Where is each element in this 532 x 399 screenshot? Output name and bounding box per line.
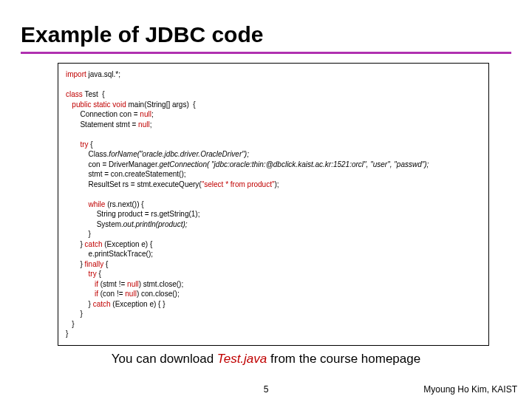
slide-title: Example of JDBC code xyxy=(21,22,511,47)
code-text: (Exception e) { xyxy=(102,240,152,248)
kw-try: try xyxy=(89,270,97,278)
code-text: Connection con = xyxy=(80,110,140,118)
code-text: (rs.next()) { xyxy=(105,200,143,208)
code-text: java.sql.*; xyxy=(86,70,120,78)
kw-catch: catch xyxy=(85,240,103,248)
code-block: import java.sql.*; class Test { public s… xyxy=(58,63,489,346)
code-text: { xyxy=(89,140,93,149)
code-text: { xyxy=(103,260,108,268)
author-credit: Myoung Ho Kim, KAIST xyxy=(423,384,517,395)
kw-while: while xyxy=(89,200,106,208)
kw-catch: catch xyxy=(93,300,111,308)
code-text: } xyxy=(66,330,68,338)
caption-pre: You can download xyxy=(112,352,217,366)
code-text: System. xyxy=(97,220,123,228)
kw-null: null xyxy=(140,110,151,118)
code-text: ; xyxy=(151,110,154,118)
code-text: } xyxy=(89,230,91,238)
code-text: e.printStackTrace(); xyxy=(89,250,153,258)
code-text: Test { xyxy=(83,90,105,98)
kw-import: import xyxy=(66,70,86,78)
code-text: (con != xyxy=(98,290,125,298)
title-underline xyxy=(21,52,511,54)
kw-try: try xyxy=(80,140,88,149)
code-text: ) stmt.close(); xyxy=(139,280,184,288)
code-text: con = DriverManager. xyxy=(89,160,160,168)
code-text: ResultSet rs = stmt.executeQuery( xyxy=(89,180,202,188)
code-text: ; xyxy=(150,120,152,129)
kw-class: class xyxy=(66,90,83,98)
code-italic: forName("oracle.jdbc.driver.OracleDriver… xyxy=(109,150,249,158)
kw-finally: finally xyxy=(85,260,104,268)
code-text: } xyxy=(72,320,74,328)
code-text: stmt = con.createStatement(); xyxy=(89,170,186,178)
code-text: ); xyxy=(275,180,279,188)
kw-publicstaticvoid: public static void xyxy=(72,100,126,109)
code-text: Class. xyxy=(89,150,109,158)
sql-string: "select * from product" xyxy=(202,180,275,188)
kw-null: null xyxy=(138,120,150,129)
code-text: ) con.close(); xyxy=(137,290,180,298)
code-text: main(String[] args) { xyxy=(126,100,196,109)
kw-null: null xyxy=(127,280,139,288)
code-text: (Exception e) { } xyxy=(111,300,166,308)
code-text: String product = rs.getString(1); xyxy=(97,210,200,218)
code-text: (stmt != xyxy=(98,280,127,288)
code-text: { xyxy=(97,270,101,278)
code-italic: getConnection( "jdbc:oracle:thin:@dbclic… xyxy=(159,160,429,168)
code-text: } xyxy=(80,310,82,318)
page-number: 5 xyxy=(264,384,269,395)
caption: You can download Test.java from the cour… xyxy=(21,352,511,366)
code-italic: out.println(product); xyxy=(123,220,188,228)
code-text: Statement stmt = xyxy=(80,120,138,129)
caption-post: from the course homepage xyxy=(267,352,420,366)
kw-null: null xyxy=(125,290,137,298)
caption-filename: Test.java xyxy=(217,352,267,366)
